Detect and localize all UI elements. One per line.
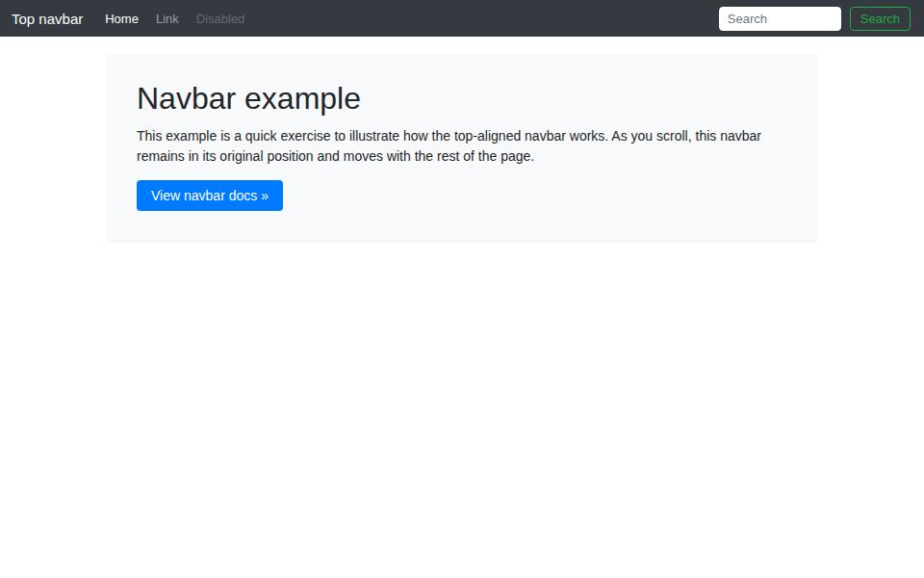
top-navbar: Top navbar Home Link Disabled Search bbox=[0, 0, 924, 37]
search-input[interactable] bbox=[719, 7, 841, 31]
navbar-brand[interactable]: Top navbar bbox=[12, 11, 83, 27]
search-form: Search bbox=[719, 7, 911, 31]
nav-link-home[interactable]: Home bbox=[97, 8, 146, 30]
nav-link-disabled: Disabled bbox=[189, 8, 253, 30]
nav-link-link[interactable]: Link bbox=[148, 8, 187, 30]
search-submit-button[interactable]: Search bbox=[850, 7, 911, 31]
view-navbar-docs-button[interactable]: View navbar docs » bbox=[137, 180, 283, 211]
intro-text: This example is a quick exercise to illu… bbox=[137, 126, 787, 166]
page-title: Navbar example bbox=[137, 81, 787, 117]
navbar-nav: Home Link Disabled bbox=[97, 8, 719, 30]
page-content: Navbar example This example is a quick e… bbox=[0, 54, 924, 243]
jumbotron: Navbar example This example is a quick e… bbox=[106, 54, 818, 243]
